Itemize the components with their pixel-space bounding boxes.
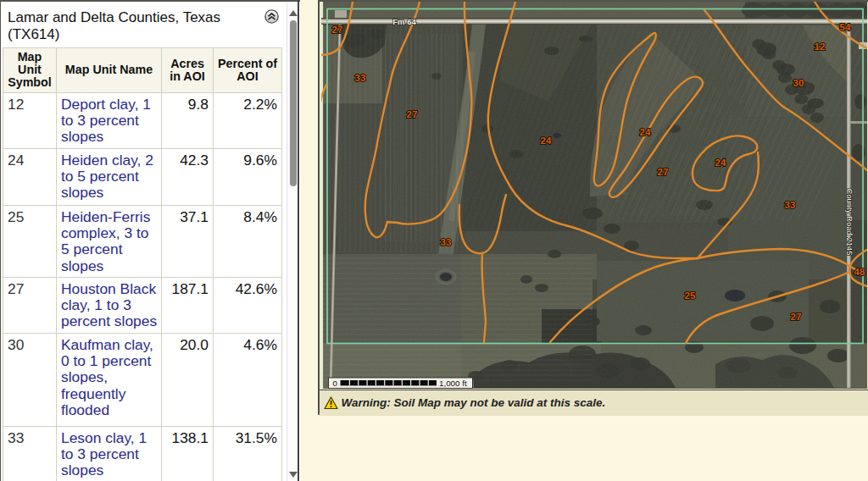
svg-text:33: 33 — [785, 200, 796, 210]
svg-text:24: 24 — [715, 158, 726, 168]
svg-text:54: 54 — [840, 22, 851, 32]
svg-text:27: 27 — [332, 25, 343, 35]
svg-text:25: 25 — [685, 290, 696, 301]
svg-text:27: 27 — [658, 167, 669, 177]
svg-text:48: 48 — [854, 267, 865, 277]
svg-text:24: 24 — [640, 127, 651, 137]
svg-text:0: 0 — [333, 379, 338, 388]
svg-text:33: 33 — [355, 73, 366, 83]
svg-text:27: 27 — [407, 109, 418, 119]
svg-text:Fm 64: Fm 64 — [393, 17, 417, 26]
svg-text:1,000 ft: 1,000 ft — [439, 379, 467, 388]
svg-text:12: 12 — [815, 41, 826, 52]
svg-text:27: 27 — [791, 312, 802, 322]
svg-text:30: 30 — [793, 78, 804, 88]
svg-text:24: 24 — [541, 135, 552, 146]
svg-text:33: 33 — [441, 237, 452, 247]
svg-text:County Road 2145: County Road 2145 — [845, 188, 854, 255]
